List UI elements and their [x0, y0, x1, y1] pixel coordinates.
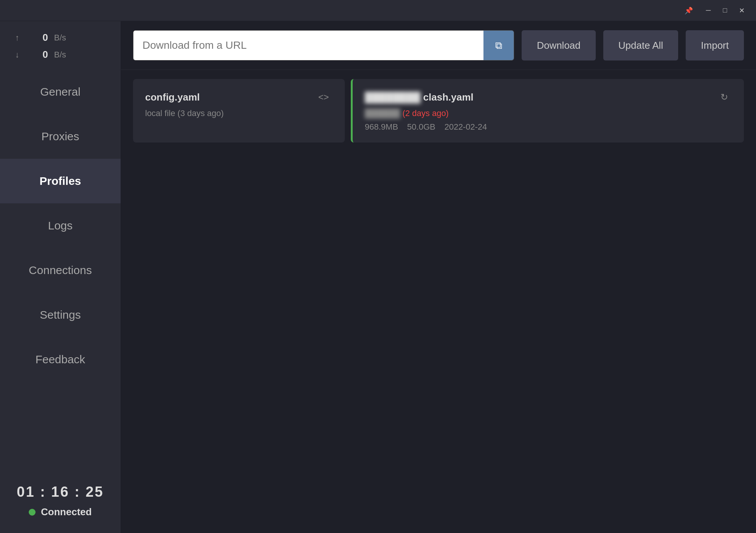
download-speed-row: ↓ 0 B/s: [15, 49, 105, 60]
sidebar-item-settings[interactable]: Settings: [0, 293, 121, 337]
refresh-icon: ↻: [720, 92, 728, 102]
upload-speed-unit: B/s: [54, 33, 66, 43]
download-speed-value: 0: [25, 49, 48, 60]
clash-date: 2022-02-24: [445, 122, 487, 132]
download-arrow-icon: ↓: [15, 50, 19, 60]
maximize-button[interactable]: □: [717, 2, 733, 19]
clash-name-wrap: ████████ clash.yaml: [365, 91, 474, 103]
sidebar: ↑ 0 B/s ↓ 0 B/s General Proxies Profiles…: [0, 21, 121, 533]
clash-profile-name-suffix: clash.yaml: [423, 91, 474, 103]
clash-refresh-button[interactable]: ↻: [717, 90, 732, 105]
minimize-icon: ─: [706, 6, 711, 14]
pin-button[interactable]: 📌: [680, 2, 697, 19]
clash-stats: 968.9MB 50.0GB 2022-02-24: [365, 122, 732, 132]
upload-speed-value: 0: [25, 32, 48, 43]
profiles-row: config.yaml <> local file (3 days ago) █…: [133, 79, 744, 143]
sidebar-item-logs[interactable]: Logs: [0, 203, 121, 248]
pin-icon: 📌: [685, 6, 693, 15]
sidebar-item-general[interactable]: General: [0, 70, 121, 114]
sidebar-item-proxies[interactable]: Proxies: [0, 114, 121, 159]
config-profile-meta: local file (3 days ago): [145, 108, 333, 118]
sidebar-item-connections[interactable]: Connections: [0, 248, 121, 293]
minimize-button[interactable]: ─: [700, 2, 717, 19]
upload-speed-row: ↑ 0 B/s: [15, 32, 105, 43]
toolbar: ⧉ Download Update All Import: [121, 21, 756, 70]
paste-icon: ⧉: [495, 40, 502, 51]
clash-total: 50.0GB: [407, 122, 435, 132]
sidebar-nav: General Proxies Profiles Logs Connection…: [0, 70, 121, 469]
clash-profile-updated: (2 days ago): [403, 108, 449, 118]
update-all-button[interactable]: Update All: [603, 30, 679, 60]
sidebar-bottom: 01 : 16 : 25 Connected: [0, 469, 121, 533]
config-edit-button[interactable]: <>: [314, 90, 333, 105]
titlebar: 📌 ─ □ ✕: [0, 0, 756, 21]
speed-display: ↑ 0 B/s ↓ 0 B/s: [0, 21, 121, 70]
connected-label: Connected: [41, 506, 91, 518]
connected-dot-icon: [29, 509, 36, 516]
profiles-list: config.yaml <> local file (3 days ago) █…: [121, 70, 756, 533]
paste-button[interactable]: ⧉: [483, 31, 514, 60]
clash-profile-updated-row: ██████ (2 days ago): [365, 108, 732, 118]
profile-card-clash-header: ████████ clash.yaml ↻: [365, 90, 732, 105]
content-area: ⧉ Download Update All Import config.yaml…: [121, 21, 756, 533]
url-input-wrap: ⧉: [133, 30, 514, 60]
config-profile-name: config.yaml: [145, 91, 200, 103]
main-layout: ↑ 0 B/s ↓ 0 B/s General Proxies Profiles…: [0, 21, 756, 533]
close-icon: ✕: [739, 6, 745, 15]
url-input[interactable]: [133, 31, 483, 60]
edit-icon: <>: [318, 92, 329, 102]
download-speed-unit: B/s: [54, 50, 66, 60]
profile-card-config[interactable]: config.yaml <> local file (3 days ago): [133, 79, 345, 143]
connection-status: Connected: [29, 506, 91, 518]
sidebar-item-feedback[interactable]: Feedback: [0, 337, 121, 382]
upload-arrow-icon: ↑: [15, 33, 19, 43]
download-button[interactable]: Download: [522, 30, 596, 60]
sidebar-item-profiles[interactable]: Profiles: [0, 159, 121, 203]
close-button[interactable]: ✕: [733, 2, 750, 19]
maximize-icon: □: [723, 6, 727, 14]
clash-profile-source: ██████: [365, 108, 400, 118]
profile-card-clash[interactable]: ████████ clash.yaml ↻ ██████ (2 days ago…: [351, 79, 744, 143]
connection-timer: 01 : 16 : 25: [17, 484, 104, 500]
clash-profile-name: ████████: [365, 91, 423, 103]
profile-card-config-header: config.yaml <>: [145, 90, 333, 105]
import-button[interactable]: Import: [686, 30, 744, 60]
clash-size: 968.9MB: [365, 122, 398, 132]
